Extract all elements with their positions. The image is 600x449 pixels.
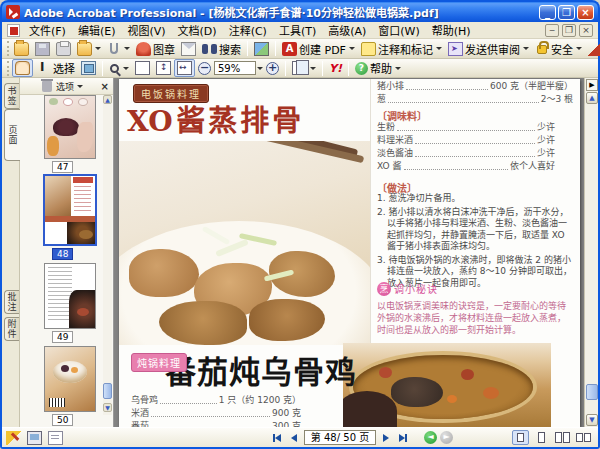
previous-page-button[interactable]: [287, 431, 301, 445]
panel-scroll-down-arrow[interactable]: ▼: [103, 403, 112, 412]
separator: [285, 61, 286, 76]
menu-view[interactable]: 视图(V): [121, 21, 171, 39]
document-scrollbar[interactable]: ▶ ▲ ▼: [584, 78, 598, 427]
attach-button[interactable]: [104, 41, 133, 56]
doc-scroll-thumb[interactable]: [586, 384, 598, 400]
comment-markup-label: 注释和标记: [378, 41, 433, 57]
tab-attachments[interactable]: 附件: [4, 317, 19, 341]
email-button[interactable]: [178, 40, 199, 58]
zoom-out-button[interactable]: −: [195, 60, 214, 77]
continuous-facing-layout-button[interactable]: [554, 430, 571, 445]
recipe1-steps: 1. 葱洗净切片备用。 2. 猪小排以清水将白沫冲洗干净后，沥干水分，以手将猪小…: [377, 193, 574, 291]
thumbnail-label-50[interactable]: 50: [52, 414, 73, 426]
doc-scroll-down-arrow[interactable]: ▼: [586, 414, 598, 426]
last-page-button[interactable]: [396, 431, 410, 445]
menu-advanced[interactable]: 高级(A): [322, 21, 372, 39]
fit-width-button[interactable]: [174, 59, 195, 77]
picture-tasks-button[interactable]: [251, 40, 272, 58]
comment-markup-button[interactable]: 注释和标记: [358, 39, 445, 59]
dropdown-arrow-icon: [95, 47, 101, 50]
print-button[interactable]: [53, 40, 74, 58]
previous-view-button[interactable]: ◄: [424, 431, 437, 444]
recipe1-title-cjk: 酱蒸排骨: [176, 104, 304, 138]
open-button[interactable]: [11, 40, 32, 58]
minimize-button[interactable]: _: [539, 5, 556, 20]
send-review-button[interactable]: 发送供审阅: [445, 39, 532, 59]
single-page-layout-button[interactable]: [512, 430, 529, 445]
restore-button[interactable]: ❐: [558, 5, 575, 20]
zoom-value: 59%: [218, 63, 240, 74]
snapshot-icon: [81, 61, 96, 75]
zoom-in-button[interactable]: +: [263, 60, 282, 77]
panel-scroll-up-arrow[interactable]: ▲: [103, 95, 112, 104]
separator: [102, 61, 103, 76]
hand-tool-button[interactable]: [12, 59, 33, 77]
title-bar: Adobe Acrobat Professional - [杨桃文化新手食谱·1…: [2, 2, 598, 22]
tips-title: 调小秘诀: [394, 281, 438, 296]
save-button[interactable]: [32, 40, 53, 58]
close-button[interactable]: ×: [577, 5, 594, 20]
next-page-button[interactable]: [379, 431, 393, 445]
magnifier-icon: [110, 64, 119, 73]
panel-scroll-thumb[interactable]: [103, 383, 112, 399]
fit-page-button[interactable]: [153, 59, 174, 77]
page-number-field[interactable]: 第 48/ 50 页: [304, 430, 376, 445]
menu-file[interactable]: 文件(F): [23, 21, 72, 39]
page-view-icon[interactable]: [27, 431, 42, 445]
dropdown-arrow-icon: [576, 47, 582, 50]
menu-comments[interactable]: 注释(C): [223, 21, 273, 39]
thumbnail-page-49[interactable]: [44, 263, 96, 329]
thumbnail-label-48[interactable]: 48: [52, 248, 73, 260]
continuous-layout-button[interactable]: [533, 430, 550, 445]
first-page-button[interactable]: [270, 431, 284, 445]
panel-collapse-arrow[interactable]: ▶: [586, 79, 598, 91]
panel-close-button[interactable]: ×: [101, 81, 109, 92]
page-display-button[interactable]: [289, 59, 319, 77]
doc-restore-button[interactable]: ❐: [562, 24, 576, 37]
sign-button[interactable]: 签名: [585, 39, 600, 59]
create-pdf-button[interactable]: 创建 PDF: [279, 39, 358, 59]
stamp-icon: [136, 42, 151, 56]
tab-bookmarks-label: 书签: [6, 86, 19, 106]
doc-close-button[interactable]: ×: [579, 24, 593, 37]
pdf-page-spread: 电饭锅料理 XO 酱蒸排骨: [119, 79, 580, 427]
facing-layout-button[interactable]: [575, 430, 592, 445]
options-menu-button[interactable]: 选项: [56, 80, 83, 93]
security-button[interactable]: 安全: [532, 39, 585, 59]
thumbnail-page-50[interactable]: [44, 346, 96, 412]
help-button[interactable]: ?帮助: [352, 58, 404, 78]
thumbnail-page-47[interactable]: [44, 95, 96, 159]
menu-help[interactable]: 帮助(H): [426, 21, 477, 39]
yahoo-toolbar-button[interactable]: Y!: [326, 60, 345, 77]
next-view-button[interactable]: ►: [440, 431, 453, 444]
menu-edit[interactable]: 编辑(E): [72, 21, 122, 39]
trash-icon[interactable]: [42, 81, 52, 92]
stamp-button[interactable]: 图章: [133, 39, 178, 59]
menu-tools[interactable]: 工具(T): [273, 21, 322, 39]
zoom-tool-button[interactable]: [106, 61, 132, 76]
document-status-icon[interactable]: [48, 431, 63, 445]
doc-minimize-button[interactable]: ‒: [545, 24, 559, 37]
organizer-button[interactable]: [74, 40, 104, 58]
fit-width-icon: [177, 61, 192, 75]
menu-window[interactable]: 窗口(W): [372, 21, 425, 39]
tab-comments[interactable]: 批注: [4, 290, 19, 314]
search-button[interactable]: 搜索: [199, 39, 244, 59]
menu-document[interactable]: 文档(D): [172, 21, 223, 39]
yahoo-label: Y!: [329, 62, 342, 75]
doc-scroll-up-arrow[interactable]: ▲: [586, 92, 598, 104]
zoom-level-field[interactable]: 59%: [214, 61, 256, 75]
panel-scrollbar[interactable]: ▲ ▼: [103, 95, 112, 415]
thumbnail-page-48[interactable]: [43, 174, 97, 246]
dropdown-arrow-icon: [310, 67, 316, 70]
snapshot-button[interactable]: [78, 59, 99, 77]
save-icon: [35, 42, 50, 56]
recipe1-ingredients: 猪小排600 克（半肥半瘦） 葱2～3 根: [377, 80, 573, 106]
highlighter-tool-icon[interactable]: [6, 431, 21, 445]
thumbnail-label-49[interactable]: 49: [52, 331, 73, 343]
tab-bookmarks[interactable]: 书签: [4, 83, 19, 109]
tab-pages[interactable]: 页面: [4, 109, 21, 161]
select-tool-button[interactable]: 选择: [33, 58, 78, 78]
actual-size-button[interactable]: [132, 59, 153, 77]
thumbnail-label-47[interactable]: 47: [52, 161, 73, 173]
